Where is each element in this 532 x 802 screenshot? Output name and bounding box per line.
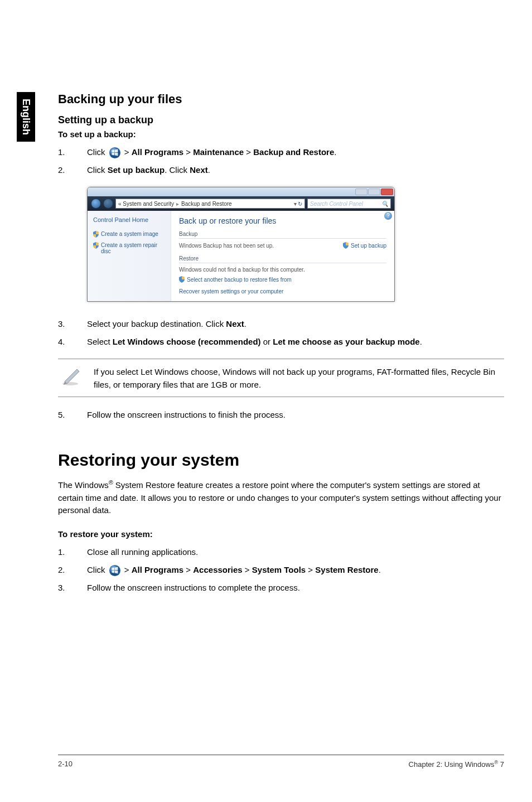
restore-step-3: 3. Follow the onscreen instructions to c… [58,581,504,595]
create-repair-disc-link[interactable]: Create a system repair disc [93,242,166,254]
chapter-label: Chapter 2: Using Windows® 7 [409,760,504,769]
step-text: Click Set up backup. Click Next. [87,163,504,177]
restore-group-label: Restore [179,255,386,262]
backup-status-text: Windows Backup has not been set up. [179,243,274,249]
nav-forward-button[interactable] [103,199,113,209]
window-titlebar [88,187,394,196]
path-run: > All Programs > Accessories > System To… [124,565,381,574]
steps-list-2: 3. Select your backup destination. Click… [58,317,504,349]
step-number: 2. [58,563,87,577]
task-label: Create a system image [101,231,158,237]
start-orb-icon [109,147,121,159]
body-paragraph: The Windows® System Restore feature crea… [58,479,504,517]
restore-status-text: Windows could not find a backup for this… [179,267,386,273]
step-2: 2. Click Set up backup. Click Next. [58,163,504,177]
step-text: Select Let Windows choose (recommended) … [87,335,504,349]
shield-icon [343,242,349,249]
language-tab: English [17,92,35,142]
search-icon: 🔍 [381,201,388,207]
section-title-backup: Backing up your files [58,92,504,107]
step-1: 1. Click > All Programs > Maintenance > … [58,146,504,159]
pane-title: Back up or restore your files [179,216,386,225]
subsection-title: Setting up a backup [58,114,504,126]
refresh-icon[interactable]: ↻ [298,201,302,207]
step-text: Select your backup destination. Click Ne… [87,317,504,331]
text-run: Click [87,147,108,157]
screenshot-figure: « System and Security ▸ Backup and Resto… [87,187,504,302]
step-number: 2. [58,163,87,177]
dropdown-icon[interactable]: ▾ [294,201,297,207]
address-bar[interactable]: « System and Security ▸ Backup and Resto… [115,199,305,209]
task-label: Create a system repair disc [101,242,166,254]
left-pane: Control Panel Home Create a system image… [88,211,171,301]
step-text: Follow the onscreen instructions to fini… [87,408,504,422]
shield-icon [93,242,99,249]
start-orb-icon [109,564,121,577]
step-4: 4. Select Let Windows choose (recommende… [58,335,504,349]
window-body: Control Panel Home Create a system image… [88,211,394,301]
step-number: 1. [58,545,87,559]
backup-group-label: Backup [179,231,386,237]
search-placeholder: Search Control Panel [310,201,363,207]
select-another-backup-link[interactable]: Select another backup to restore files f… [179,276,386,283]
help-icon[interactable]: ? [384,212,392,220]
step-text: Close all running applications. [87,545,504,559]
steps-list-1: 1. Click > All Programs > Maintenance > … [58,146,504,177]
right-pane: ? Back up or restore your files Backup W… [171,211,394,301]
lead-text-1: To set up a backup: [58,129,504,139]
page-footer: 2-10 Chapter 2: Using Windows® 7 [58,755,504,769]
breadcrumb-segment: « System and Security [118,201,174,207]
step-text: Click > All Programs > Accessories > Sys… [87,563,504,577]
lead-text-2: To restore your system: [58,529,504,539]
maximize-button[interactable] [368,189,380,195]
path-run: > All Programs > Maintenance > Backup an… [124,147,337,157]
navbar: « System and Security ▸ Backup and Resto… [88,196,394,211]
link-text: Set up backup [351,243,386,249]
text-run: Click [87,565,108,574]
step-number: 5. [58,408,87,422]
step-number: 1. [58,146,87,159]
step-text: Follow the onscreen instructions to comp… [87,581,504,595]
window: « System and Security ▸ Backup and Resto… [87,187,395,302]
step-number: 3. [58,581,87,595]
shield-icon [179,276,185,283]
page-number: 2-10 [58,760,72,769]
divider [179,263,386,263]
step-text: Click > All Programs > Maintenance > Bac… [87,146,504,159]
create-system-image-link[interactable]: Create a system image [93,231,166,238]
steps-list-4: 1. Close all running applications. 2. Cl… [58,545,504,595]
steps-list-3: 5. Follow the onscreen instructions to f… [58,408,504,422]
note-box: If you select Let Windows choose, Window… [58,359,504,397]
step-3: 3. Select your backup destination. Click… [58,317,504,331]
set-up-backup-link[interactable]: Set up backup [343,242,386,249]
link-text: Select another backup to restore files f… [187,277,292,283]
page-content: Backing up your files Setting up a backu… [58,92,504,605]
step-5: 5. Follow the onscreen instructions to f… [58,408,504,422]
search-input[interactable]: Search Control Panel 🔍 [307,199,391,209]
note-pencil-icon [60,365,83,387]
step-number: 4. [58,335,87,349]
restore-step-2: 2. Click > All Programs > Accessories > … [58,563,504,577]
minimize-button[interactable] [355,189,367,195]
recover-system-link[interactable]: Recover system settings or your computer [179,288,386,294]
divider [179,238,386,239]
control-panel-home-link[interactable]: Control Panel Home [93,216,166,223]
chevron-right-icon: ▸ [176,201,179,207]
restore-step-1: 1. Close all running applications. [58,545,504,559]
nav-back-button[interactable] [91,199,101,209]
breadcrumb-segment: Backup and Restore [181,201,232,207]
note-text: If you select Let Windows choose, Window… [94,365,502,391]
shield-icon [93,231,99,238]
close-button[interactable] [381,189,393,195]
step-number: 3. [58,317,87,331]
section-title-restore: Restoring your system [58,451,504,470]
